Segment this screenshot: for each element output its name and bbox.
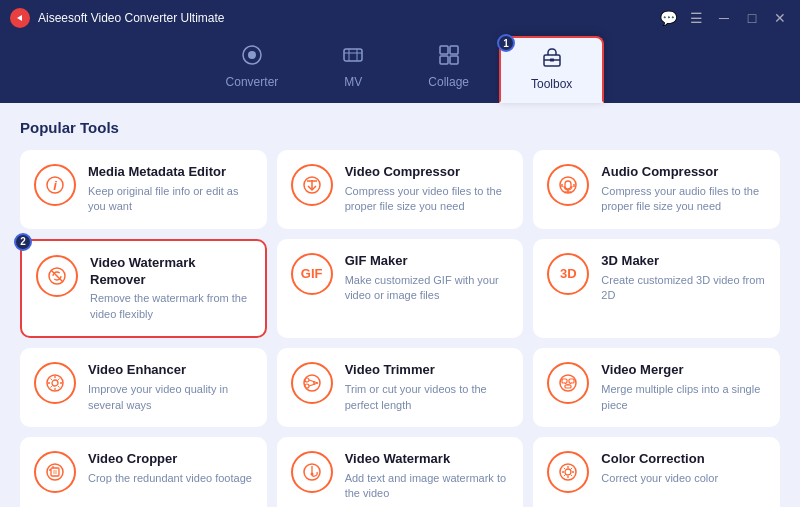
tool-desc-video-enhancer: Improve your video quality in several wa… — [88, 382, 253, 413]
tool-info-3d-maker: 3D Maker Create customized 3D video from… — [601, 253, 766, 304]
color-correction-icon — [547, 451, 589, 493]
tab-converter-label: Converter — [226, 75, 279, 89]
tool-desc-watermark-remover: Remove the watermark from the video flex… — [90, 291, 251, 322]
tool-card-audio-compressor[interactable]: Audio Compressor Compress your audio fil… — [533, 150, 780, 229]
tool-card-video-watermark[interactable]: Video Watermark Add text and image water… — [277, 437, 524, 507]
3d-maker-icon: 3D — [547, 253, 589, 295]
tool-card-media-metadata-editor[interactable]: i Media Metadata Editor Keep original fi… — [20, 150, 267, 229]
tab-toolbox[interactable]: Toolbox — [499, 36, 604, 103]
titlebar-controls: 💬 ☰ ─ □ ✕ — [658, 8, 790, 28]
svg-rect-13 — [550, 59, 554, 62]
svg-rect-36 — [562, 379, 567, 383]
tool-card-color-correction[interactable]: Color Correction Correct your video colo… — [533, 437, 780, 507]
toolbox-icon — [541, 46, 563, 73]
tool-info-media-metadata: Media Metadata Editor Keep original file… — [88, 164, 253, 215]
tool-info-gif-maker: GIF Maker Make customized GIF with your … — [345, 253, 510, 304]
audio-compressor-icon — [547, 164, 589, 206]
tool-info-watermark-remover: Video Watermark Remover Remove the water… — [90, 255, 251, 323]
svg-rect-3 — [344, 49, 362, 61]
svg-rect-37 — [569, 379, 574, 383]
tab-mv[interactable]: MV — [308, 36, 398, 103]
svg-rect-8 — [450, 46, 458, 54]
tool-card-video-compressor[interactable]: Video Compressor Compress your video fil… — [277, 150, 524, 229]
tool-name-video-cropper: Video Cropper — [88, 451, 253, 468]
svg-point-30 — [305, 378, 309, 382]
tool-desc-3d-maker: Create customized 3D video from 2D — [601, 273, 766, 304]
tool-desc-video-cropper: Crop the redundant video footage — [88, 471, 253, 486]
tool-name-gif-maker: GIF Maker — [345, 253, 510, 270]
maximize-button[interactable]: □ — [742, 8, 762, 28]
tool-desc-video-trimmer: Trim or cut your videos to the perfect l… — [345, 382, 510, 413]
tool-info-video-cropper: Video Cropper Crop the redundant video f… — [88, 451, 253, 486]
svg-point-28 — [52, 380, 58, 386]
tab-converter[interactable]: Converter — [196, 36, 309, 103]
video-watermark-icon — [291, 451, 333, 493]
minimize-button[interactable]: ─ — [714, 8, 734, 28]
tool-desc-video-merger: Merge multiple clips into a single piece — [601, 382, 766, 413]
tool-card-video-watermark-remover[interactable]: 2 Video Watermark Remover Remove the wat… — [20, 239, 267, 339]
collage-icon — [438, 44, 460, 71]
app-title: Aiseesoft Video Converter Ultimate — [38, 11, 225, 25]
media-metadata-icon: i — [34, 164, 76, 206]
tool-info-video-merger: Video Merger Merge multiple clips into a… — [601, 362, 766, 413]
tab-collage-label: Collage — [428, 75, 469, 89]
tool-info-color-correction: Color Correction Correct your video colo… — [601, 451, 766, 486]
toolbox-badge: 1 — [497, 34, 515, 52]
tool-info-video-trimmer: Video Trimmer Trim or cut your videos to… — [345, 362, 510, 413]
tool-card-video-trimmer[interactable]: Video Trimmer Trim or cut your videos to… — [277, 348, 524, 427]
svg-rect-43 — [53, 470, 57, 474]
tool-card-video-merger[interactable]: Video Merger Merge multiple clips into a… — [533, 348, 780, 427]
nav-tabs: Converter MV Collage 1 — [0, 36, 800, 103]
tool-name-video-merger: Video Merger — [601, 362, 766, 379]
tool-desc-video-compressor: Compress your video files to the proper … — [345, 184, 510, 215]
svg-point-31 — [305, 384, 309, 388]
tool-card-video-enhancer[interactable]: Video Enhancer Improve your video qualit… — [20, 348, 267, 427]
tool-name-video-trimmer: Video Trimmer — [345, 362, 510, 379]
section-title: Popular Tools — [20, 119, 780, 136]
tools-grid: i Media Metadata Editor Keep original fi… — [20, 150, 780, 507]
video-enhancer-icon — [34, 362, 76, 404]
tab-collage[interactable]: Collage — [398, 36, 499, 103]
tool-card-video-cropper[interactable]: Video Cropper Crop the redundant video f… — [20, 437, 267, 507]
titlebar: Aiseesoft Video Converter Ultimate 💬 ☰ ─… — [0, 0, 800, 36]
tool-name-3d-maker: 3D Maker — [601, 253, 766, 270]
svg-text:i: i — [53, 178, 57, 193]
tool-desc-gif-maker: Make customized GIF with your video or i… — [345, 273, 510, 304]
close-button[interactable]: ✕ — [770, 8, 790, 28]
tool-desc-audio-compressor: Compress your audio files to the proper … — [601, 184, 766, 215]
svg-point-2 — [248, 51, 256, 59]
tool-desc-video-watermark: Add text and image watermark to the vide… — [345, 471, 510, 502]
tool-name-color-correction: Color Correction — [601, 451, 766, 468]
tool-info-video-enhancer: Video Enhancer Improve your video qualit… — [88, 362, 253, 413]
watermark-remover-icon — [36, 255, 78, 297]
app-logo — [10, 8, 30, 28]
tool-name-video-enhancer: Video Enhancer — [88, 362, 253, 379]
tool-card-gif-maker[interactable]: GIF GIF Maker Make customized GIF with y… — [277, 239, 524, 339]
tool-name-media-metadata: Media Metadata Editor — [88, 164, 253, 181]
mv-icon — [342, 44, 364, 71]
tool-name-audio-compressor: Audio Compressor — [601, 164, 766, 181]
tab-toolbox-label: Toolbox — [531, 77, 572, 91]
tool-card-3d-maker[interactable]: 3D 3D Maker Create customized 3D video f… — [533, 239, 780, 339]
svg-point-47 — [310, 472, 313, 475]
tool-desc-media-metadata: Keep original file info or edit as you w… — [88, 184, 253, 215]
tool-desc-color-correction: Correct your video color — [601, 471, 766, 486]
converter-icon — [241, 44, 263, 71]
chat-button[interactable]: 💬 — [658, 8, 678, 28]
video-compressor-icon — [291, 164, 333, 206]
video-cropper-icon — [34, 451, 76, 493]
svg-rect-7 — [440, 46, 448, 54]
svg-rect-10 — [450, 56, 458, 64]
svg-point-49 — [565, 469, 571, 475]
gif-maker-icon: GIF — [291, 253, 333, 295]
svg-rect-20 — [565, 181, 571, 189]
video-merger-icon — [547, 362, 589, 404]
tool-name-watermark-remover: Video Watermark Remover — [90, 255, 251, 289]
menu-button[interactable]: ☰ — [686, 8, 706, 28]
tab-mv-label: MV — [344, 75, 362, 89]
tool-info-video-watermark: Video Watermark Add text and image water… — [345, 451, 510, 502]
watermark-remover-badge: 2 — [14, 233, 32, 251]
svg-rect-9 — [440, 56, 448, 64]
tool-info-audio-compressor: Audio Compressor Compress your audio fil… — [601, 164, 766, 215]
titlebar-left: Aiseesoft Video Converter Ultimate — [10, 8, 225, 28]
